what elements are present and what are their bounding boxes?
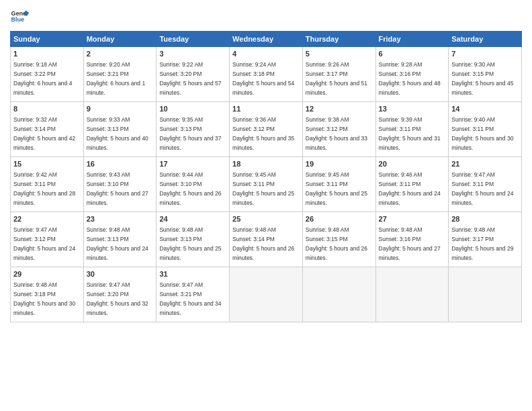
day-detail: Sunrise: 9:30 AMSunset: 3:15 PMDaylight:… xyxy=(451,61,513,96)
weekday-header-sunday: Sunday xyxy=(11,32,84,47)
day-number: 12 xyxy=(306,104,373,114)
calendar-cell: 31 Sunrise: 9:47 AMSunset: 3:21 PMDaylig… xyxy=(157,267,230,322)
day-number: 18 xyxy=(232,159,300,169)
calendar-cell: 29 Sunrise: 9:48 AMSunset: 3:18 PMDaylig… xyxy=(11,267,84,322)
weekday-header-monday: Monday xyxy=(83,32,157,47)
day-detail: Sunrise: 9:42 AMSunset: 3:11 PMDaylight:… xyxy=(13,171,75,206)
page: General Blue SundayMondayTuesdayWednesda… xyxy=(0,0,532,411)
day-detail: Sunrise: 9:48 AMSunset: 3:13 PMDaylight:… xyxy=(159,226,221,261)
weekday-header-tuesday: Tuesday xyxy=(157,32,230,47)
calendar-cell: 16 Sunrise: 9:43 AMSunset: 3:10 PMDaylig… xyxy=(83,157,157,212)
day-number: 7 xyxy=(451,49,519,59)
calendar-cell: 24 Sunrise: 9:48 AMSunset: 3:13 PMDaylig… xyxy=(157,212,230,267)
calendar-week-row: 8 Sunrise: 9:32 AMSunset: 3:14 PMDayligh… xyxy=(11,102,522,157)
day-number: 20 xyxy=(379,159,446,169)
calendar-cell: 8 Sunrise: 9:32 AMSunset: 3:14 PMDayligh… xyxy=(11,102,84,157)
calendar-cell: 1 Sunrise: 9:18 AMSunset: 3:22 PMDayligh… xyxy=(11,47,84,102)
calendar-cell xyxy=(230,267,303,322)
calendar-cell: 19 Sunrise: 9:45 AMSunset: 3:11 PMDaylig… xyxy=(302,157,375,212)
day-detail: Sunrise: 9:39 AMSunset: 3:11 PMDaylight:… xyxy=(379,116,441,151)
day-number: 22 xyxy=(13,214,81,224)
calendar-cell: 27 Sunrise: 9:48 AMSunset: 3:16 PMDaylig… xyxy=(375,212,449,267)
calendar-table: SundayMondayTuesdayWednesdayThursdayFrid… xyxy=(10,31,522,322)
day-number: 31 xyxy=(159,269,226,279)
calendar-cell: 23 Sunrise: 9:48 AMSunset: 3:13 PMDaylig… xyxy=(83,212,157,267)
day-number: 23 xyxy=(87,214,154,224)
day-number: 21 xyxy=(451,159,519,169)
calendar-cell: 12 Sunrise: 9:38 AMSunset: 3:12 PMDaylig… xyxy=(302,102,375,157)
day-number: 15 xyxy=(13,159,81,169)
weekday-header-row: SundayMondayTuesdayWednesdayThursdayFrid… xyxy=(11,32,522,47)
weekday-header-wednesday: Wednesday xyxy=(230,32,303,47)
day-number: 16 xyxy=(87,159,154,169)
calendar-cell: 20 Sunrise: 9:46 AMSunset: 3:11 PMDaylig… xyxy=(375,157,449,212)
day-detail: Sunrise: 9:43 AMSunset: 3:10 PMDaylight:… xyxy=(87,171,148,206)
calendar-cell: 28 Sunrise: 9:48 AMSunset: 3:17 PMDaylig… xyxy=(449,212,522,267)
calendar-cell: 5 Sunrise: 9:26 AMSunset: 3:17 PMDayligh… xyxy=(302,47,375,102)
calendar-cell: 11 Sunrise: 9:36 AMSunset: 3:12 PMDaylig… xyxy=(230,102,303,157)
generalblue-logo-icon: General Blue xyxy=(10,7,29,26)
svg-text:Blue: Blue xyxy=(11,16,24,23)
day-detail: Sunrise: 9:48 AMSunset: 3:14 PMDaylight:… xyxy=(232,226,294,261)
header: General Blue xyxy=(10,7,522,26)
day-number: 13 xyxy=(379,104,446,114)
day-detail: Sunrise: 9:48 AMSunset: 3:16 PMDaylight:… xyxy=(379,226,441,261)
day-detail: Sunrise: 9:48 AMSunset: 3:18 PMDaylight:… xyxy=(13,281,75,316)
weekday-header-friday: Friday xyxy=(375,32,449,47)
logo: General Blue xyxy=(10,7,29,26)
day-detail: Sunrise: 9:44 AMSunset: 3:10 PMDaylight:… xyxy=(159,171,221,206)
day-number: 5 xyxy=(306,49,373,59)
day-number: 14 xyxy=(451,104,519,114)
day-detail: Sunrise: 9:46 AMSunset: 3:11 PMDaylight:… xyxy=(379,171,441,206)
day-number: 25 xyxy=(232,214,300,224)
day-detail: Sunrise: 9:22 AMSunset: 3:20 PMDaylight:… xyxy=(159,61,221,96)
day-detail: Sunrise: 9:47 AMSunset: 3:12 PMDaylight:… xyxy=(13,226,75,261)
calendar-cell: 2 Sunrise: 9:20 AMSunset: 3:21 PMDayligh… xyxy=(83,47,157,102)
day-number: 19 xyxy=(306,159,373,169)
day-detail: Sunrise: 9:33 AMSunset: 3:13 PMDaylight:… xyxy=(87,116,148,151)
calendar-cell: 10 Sunrise: 9:35 AMSunset: 3:13 PMDaylig… xyxy=(157,102,230,157)
day-detail: Sunrise: 9:45 AMSunset: 3:11 PMDaylight:… xyxy=(232,171,294,206)
calendar-cell: 30 Sunrise: 9:47 AMSunset: 3:20 PMDaylig… xyxy=(83,267,157,322)
weekday-header-saturday: Saturday xyxy=(449,32,522,47)
calendar-cell xyxy=(302,267,375,322)
day-number: 28 xyxy=(451,214,519,224)
calendar-cell: 25 Sunrise: 9:48 AMSunset: 3:14 PMDaylig… xyxy=(230,212,303,267)
calendar-cell: 4 Sunrise: 9:24 AMSunset: 3:18 PMDayligh… xyxy=(230,47,303,102)
day-number: 29 xyxy=(13,269,81,279)
day-detail: Sunrise: 9:48 AMSunset: 3:13 PMDaylight:… xyxy=(87,226,148,261)
day-number: 11 xyxy=(232,104,300,114)
day-number: 10 xyxy=(159,104,226,114)
day-number: 27 xyxy=(379,214,446,224)
calendar-week-row: 15 Sunrise: 9:42 AMSunset: 3:11 PMDaylig… xyxy=(11,157,522,212)
calendar-cell: 21 Sunrise: 9:47 AMSunset: 3:11 PMDaylig… xyxy=(449,157,522,212)
day-detail: Sunrise: 9:48 AMSunset: 3:15 PMDaylight:… xyxy=(306,226,367,261)
day-detail: Sunrise: 9:48 AMSunset: 3:17 PMDaylight:… xyxy=(451,226,513,261)
calendar-cell: 26 Sunrise: 9:48 AMSunset: 3:15 PMDaylig… xyxy=(302,212,375,267)
calendar-cell: 13 Sunrise: 9:39 AMSunset: 3:11 PMDaylig… xyxy=(375,102,449,157)
day-number: 8 xyxy=(13,104,81,114)
day-number: 3 xyxy=(159,49,226,59)
day-detail: Sunrise: 9:26 AMSunset: 3:17 PMDaylight:… xyxy=(306,61,367,96)
day-detail: Sunrise: 9:20 AMSunset: 3:21 PMDaylight:… xyxy=(87,61,145,96)
calendar-cell: 18 Sunrise: 9:45 AMSunset: 3:11 PMDaylig… xyxy=(230,157,303,212)
day-detail: Sunrise: 9:40 AMSunset: 3:11 PMDaylight:… xyxy=(451,116,513,151)
day-number: 24 xyxy=(159,214,226,224)
day-detail: Sunrise: 9:28 AMSunset: 3:16 PMDaylight:… xyxy=(379,61,441,96)
calendar-cell xyxy=(449,267,522,322)
day-detail: Sunrise: 9:45 AMSunset: 3:11 PMDaylight:… xyxy=(306,171,367,206)
calendar-cell xyxy=(375,267,449,322)
weekday-header-thursday: Thursday xyxy=(302,32,375,47)
day-number: 1 xyxy=(13,49,81,59)
day-detail: Sunrise: 9:47 AMSunset: 3:11 PMDaylight:… xyxy=(451,171,513,206)
calendar-cell: 3 Sunrise: 9:22 AMSunset: 3:20 PMDayligh… xyxy=(157,47,230,102)
calendar-cell: 15 Sunrise: 9:42 AMSunset: 3:11 PMDaylig… xyxy=(11,157,84,212)
day-number: 9 xyxy=(87,104,154,114)
calendar-cell: 9 Sunrise: 9:33 AMSunset: 3:13 PMDayligh… xyxy=(83,102,157,157)
day-detail: Sunrise: 9:38 AMSunset: 3:12 PMDaylight:… xyxy=(306,116,367,151)
calendar-cell: 22 Sunrise: 9:47 AMSunset: 3:12 PMDaylig… xyxy=(11,212,84,267)
day-detail: Sunrise: 9:47 AMSunset: 3:20 PMDaylight:… xyxy=(87,281,148,316)
day-detail: Sunrise: 9:32 AMSunset: 3:14 PMDaylight:… xyxy=(13,116,75,151)
day-number: 6 xyxy=(379,49,446,59)
calendar-cell: 14 Sunrise: 9:40 AMSunset: 3:11 PMDaylig… xyxy=(449,102,522,157)
